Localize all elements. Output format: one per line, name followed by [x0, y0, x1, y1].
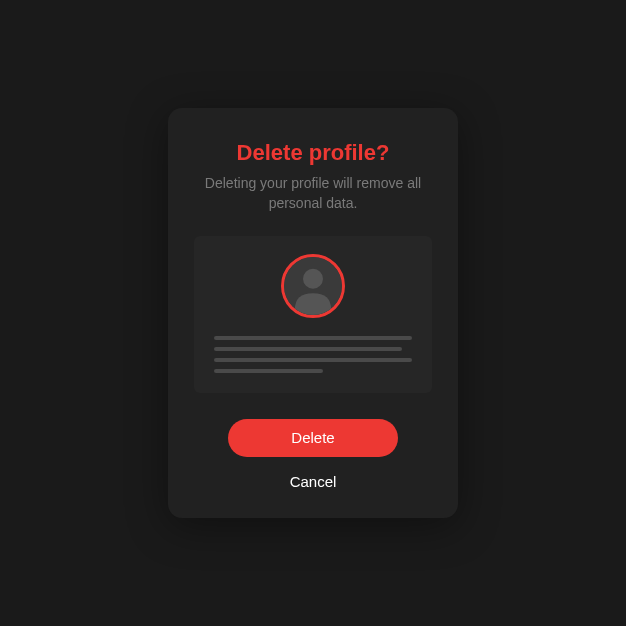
modal-subtitle: Deleting your profile will remove all pe…: [194, 174, 432, 213]
avatar: [281, 254, 345, 318]
delete-button[interactable]: Delete: [228, 419, 398, 457]
skeleton-line: [214, 358, 412, 362]
skeleton-line: [214, 347, 402, 351]
person-icon: [284, 257, 342, 315]
delete-profile-modal: Delete profile? Deleting your profile wi…: [168, 108, 458, 517]
profile-data-placeholder: [214, 336, 412, 373]
cancel-button[interactable]: Cancel: [290, 473, 337, 490]
profile-preview-card: [194, 236, 432, 393]
skeleton-line: [214, 369, 323, 373]
skeleton-line: [214, 336, 412, 340]
svg-point-1: [303, 268, 323, 288]
modal-title: Delete profile?: [237, 140, 390, 166]
